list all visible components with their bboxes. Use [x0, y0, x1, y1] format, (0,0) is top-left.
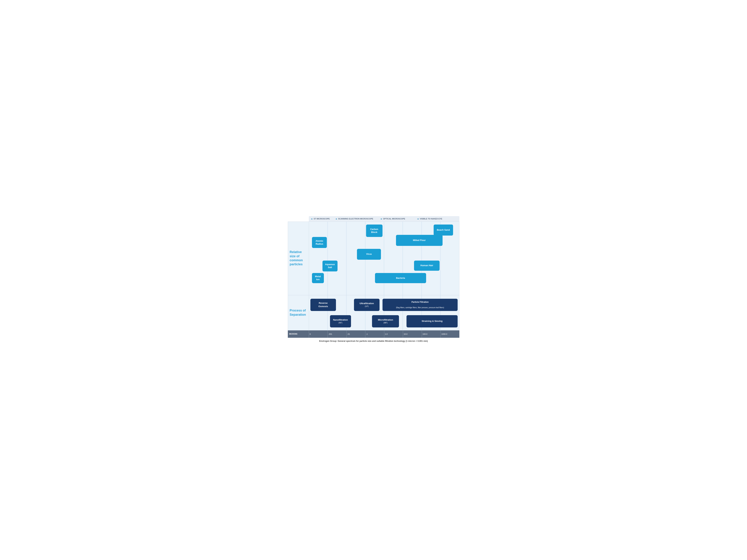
microscope-item-1: ◄ ST MICROSCOPE	[311, 217, 335, 220]
x-tick-5: 10.0	[403, 330, 422, 338]
grid-col-6	[403, 222, 421, 295]
sep-nanofiltration: Nanofiltration(NF)	[330, 315, 351, 327]
particle-metal-ion: MetalIon	[312, 273, 324, 283]
particle-bacteria: Bacteria	[375, 273, 426, 283]
arrow-icon-2: ◄	[335, 217, 337, 220]
particle-beach-sand: Beach Sand	[434, 224, 453, 236]
sep-ultrafiltration: Ultrafiltration(UF)	[354, 299, 380, 311]
x-tick-6: 100.0	[422, 330, 441, 338]
chart-area: CarbonBlock Beach Sand AtomicRadius Mill…	[309, 222, 459, 330]
separation-section: ReverseOsmosis Ultrafiltration(UF) Parti…	[309, 295, 459, 330]
particle-carbon-block: CarbonBlock	[366, 224, 383, 237]
particle-atomic-radius: AtomicRadius	[312, 237, 327, 248]
microns-label: MICRONS	[288, 330, 309, 338]
microscope-label-4: VISIBLE TO NAKED EYE	[420, 218, 442, 220]
particles-section: CarbonBlock Beach Sand AtomicRadius Mill…	[309, 222, 459, 295]
particle-human-hair: Human Hair	[414, 261, 440, 271]
particle-aqueous-salt: AqueousSalt	[323, 261, 337, 272]
x-tick-0: 0	[309, 330, 328, 338]
grid-col-5	[384, 222, 403, 295]
x-tick-4: 1.0	[384, 330, 403, 338]
grid-col-1	[309, 222, 328, 295]
sep-particle-filtration: Particle Filtration (Bag filters, cartri…	[383, 299, 458, 311]
particles-label: Relative size of common particles	[290, 250, 307, 267]
chart-container: ◄ ST MICROSCOPE ◄ SCANNING ELECTRON MICR…	[286, 213, 461, 348]
particle-milled-flour: Milled Flour	[396, 235, 443, 246]
microscope-item-2: ◄ SCANNING ELECTRON MICROSCOPE	[335, 217, 380, 220]
x-axis-ticks: 0 .001 .01 .1 1.0 10.0 100.0 1000.0	[309, 330, 459, 338]
sep-straining-sieving: Straining & Sieving	[407, 315, 458, 327]
particle-virus: Virus	[357, 249, 381, 260]
microscope-header: ◄ ST MICROSCOPE ◄ SCANNING ELECTRON MICR…	[309, 216, 459, 221]
sep-reverse-osmosis: ReverseOsmosis	[310, 299, 336, 311]
grid-col-2	[328, 222, 346, 295]
arrow-icon-4: ◄	[417, 217, 419, 220]
x-tick-7: 1000.0	[440, 330, 459, 338]
footer: Envirogen Group: General spectrum for pa…	[288, 340, 459, 342]
microscope-item-4: ◄ VISIBLE TO NAKED EYE	[417, 217, 458, 220]
microscope-label-1: ST MICROSCOPE	[313, 218, 330, 220]
microscope-label-2: SCANNING ELECTRON MICROSCOPE	[338, 218, 373, 220]
separation-label-container: Process of Separation	[288, 295, 309, 330]
particles-label-container: Relative size of common particles	[288, 222, 309, 295]
separation-label: Process of Separation	[290, 309, 307, 317]
arrow-icon-3: ◄	[380, 217, 382, 220]
x-tick-3: .1	[365, 330, 384, 338]
chart-main: Relative size of common particles Proces…	[288, 221, 459, 330]
sep-microfiltration: Microfiltration(MF)	[372, 315, 399, 327]
microscope-item-3: ◄ OPTICAL MICROSCOPE	[380, 217, 417, 220]
microscope-label-3: OPTICAL MICROSCOPE	[383, 218, 405, 220]
x-tick-2: .01	[346, 330, 365, 338]
left-labels: Relative size of common particles Proces…	[288, 222, 309, 330]
x-tick-1: .001	[328, 330, 346, 338]
arrow-icon-1: ◄	[311, 217, 313, 220]
x-axis: MICRONS 0 .001 .01 .1 1.0 10.0 100.0	[288, 330, 459, 338]
